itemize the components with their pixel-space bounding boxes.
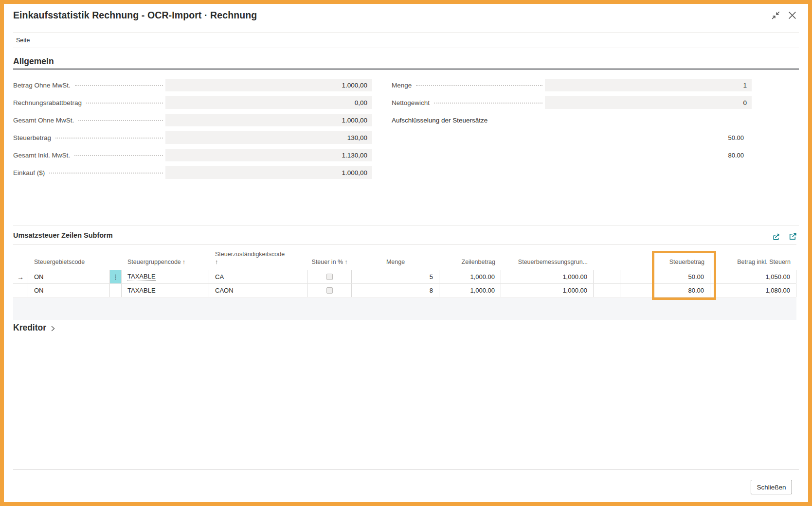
field-label: Einkauf ($): [13, 169, 45, 176]
field-label: Gesamt Ohne MwSt.: [13, 117, 74, 124]
table-row[interactable]: ON TAXABLE CAON 8 1,000.00 1,000.00 80.0…: [13, 284, 796, 297]
column-header-zeilenbetrag[interactable]: Zeilenbetrag: [439, 258, 501, 270]
field-label: Steuerbetrag: [13, 134, 51, 141]
cell-betrag-inkl-steuern[interactable]: 1,080.00: [710, 284, 796, 297]
cell-menge[interactable]: 5: [352, 270, 439, 283]
schliessen-button[interactable]: Schließen: [751, 480, 792, 494]
table-header-row: Steuergebietscode Steuergruppencode↑ Ste…: [13, 244, 796, 270]
page-menubar: Seite: [13, 32, 799, 48]
cell-focus-empty: [110, 284, 122, 297]
section-title-allgemein: Allgemein: [13, 56, 54, 67]
column-header-steuerbetrag[interactable]: Steuerbetrag: [620, 258, 710, 270]
checkbox-unchecked[interactable]: [326, 274, 333, 280]
cell-menge[interactable]: 8: [352, 284, 439, 297]
cell-steuergruppencode[interactable]: TAXABLE: [122, 270, 209, 283]
allgemein-left-fields: Betrag Ohne MwSt. 1.000,00 Rechnungsraba…: [13, 79, 372, 184]
titlebar-controls: [771, 10, 797, 20]
row-more-options-icon[interactable]: ⋮: [110, 270, 122, 283]
field-value-menge: 1: [545, 79, 752, 91]
cell-steuergruppencode[interactable]: TAXABLE: [122, 284, 209, 297]
column-header-steuergruppencode[interactable]: Steuergruppencode↑: [122, 258, 209, 270]
cell-steuerbetrag[interactable]: 50.00: [620, 270, 710, 283]
dotted-leader: [86, 102, 163, 104]
dotted-leader: [434, 102, 542, 104]
dotted-leader: [78, 120, 163, 121]
field-value-nettogewicht: 0: [545, 96, 752, 109]
field-row: Steuerbetrag 130,00: [13, 131, 372, 144]
field-label: Betrag Ohne MwSt.: [13, 82, 71, 89]
cell-zeilenbetrag[interactable]: 1,000.00: [439, 284, 501, 297]
row-indicator-empty: [13, 284, 28, 297]
cell-betrag-inkl-steuern[interactable]: 1,050.00: [710, 270, 796, 283]
cell-steuerbemessungsgrundlage[interactable]: 1,000.00: [501, 270, 594, 283]
column-header-menge[interactable]: Menge: [352, 258, 439, 270]
cell-steuerbemessungsgrundlage[interactable]: 1,000.00: [501, 284, 594, 297]
field-value-gesamt-ohne-mwst: 1.000,00: [165, 114, 372, 126]
vat-lines-table: Steuergebietscode Steuergruppencode↑ Ste…: [13, 244, 796, 297]
footer-divider: [13, 469, 799, 470]
field-row: Gesamt Inkl. MwSt. 1.130,00: [13, 149, 372, 161]
checkbox-unchecked[interactable]: [326, 287, 333, 294]
cell-steuerzustaendigkeitscode[interactable]: CAON: [209, 284, 307, 297]
chevron-right-icon: [50, 325, 56, 332]
dotted-leader: [75, 85, 163, 86]
field-row: Betrag Ohne MwSt. 1.000,00: [13, 79, 372, 91]
tax-breakdown-label-row: Aufschlüsselung der Steuersätze: [392, 114, 752, 126]
dotted-leader: [55, 137, 163, 139]
table-empty-area: [13, 298, 796, 320]
table-row[interactable]: → ON ⋮ TAXABLE CA 5 1,000.00 1,000.00 50…: [13, 270, 796, 284]
open-in-window-icon[interactable]: [788, 232, 797, 241]
collapse-dialog-icon[interactable]: [771, 10, 781, 20]
statistics-dialog-window: Einkaufsstatistik Rechnung - OCR-Import …: [0, 0, 812, 506]
tax-breakdown-value-2: 80.00: [728, 152, 744, 159]
field-value-einkauf: 1.000,00: [165, 166, 372, 179]
share-icon[interactable]: [772, 232, 781, 241]
cell-steuerzustaendigkeitscode[interactable]: CA: [209, 270, 307, 283]
section-title-subform: Umsatzsteuer Zeilen Subform: [13, 231, 113, 239]
subform-top-divider: [13, 226, 799, 226]
subform-actions: [772, 232, 797, 241]
field-row: Rechnungsrabattbetrag 0,00: [13, 96, 372, 109]
cell-steuerbetrag[interactable]: 80.00: [620, 284, 710, 297]
spacer-column-header: [594, 266, 620, 270]
cell-steuergebietscode[interactable]: ON: [28, 270, 110, 283]
close-icon[interactable]: [787, 10, 797, 20]
menu-item-seite[interactable]: Seite: [12, 37, 34, 44]
field-value-steuerbetrag: 130,00: [165, 131, 372, 144]
section-kreditor-toggle[interactable]: Kreditor: [13, 323, 56, 333]
allgemein-right-fields: Menge 1 Nettogewicht 0 Aufschlüsselung d…: [392, 79, 752, 166]
column-header-steuer-in-prozent[interactable]: Steuer in %↑: [307, 258, 352, 270]
cell-zeilenbetrag[interactable]: 1,000.00: [439, 270, 501, 283]
tax-breakdown-value-1: 50.00: [728, 134, 744, 141]
column-header-betrag-inkl-steuern[interactable]: Betrag inkl. Steuern: [710, 258, 796, 270]
section-title-kreditor: Kreditor: [13, 323, 46, 333]
cell-steuer-in-prozent[interactable]: [307, 284, 352, 297]
dotted-leader: [74, 155, 163, 156]
field-label: Rechnungsrabattbetrag: [13, 99, 82, 106]
dotted-leader: [49, 172, 163, 174]
tax-breakdown-label: Aufschlüsselung der Steuersätze: [392, 117, 487, 124]
cell-spacer: [594, 284, 620, 297]
allgemein-underline: [13, 69, 799, 70]
dotted-leader: [416, 85, 542, 86]
column-header-steuerbemessungsgrundlage[interactable]: Steuerbemessungsgrun...: [501, 258, 594, 270]
field-label: Menge: [392, 82, 412, 89]
field-row: Einkauf ($) 1.000,00: [13, 166, 372, 179]
field-label: Nettogewicht: [392, 99, 430, 106]
field-value-betrag-ohne-mwst: 1.000,00: [165, 79, 372, 91]
field-row: Menge 1: [392, 79, 752, 91]
field-row: Nettogewicht 0: [392, 96, 752, 109]
field-row: Gesamt Ohne MwSt. 1.000,00: [13, 114, 372, 126]
cell-steuergebietscode[interactable]: ON: [28, 284, 110, 297]
field-label: Gesamt Inkl. MwSt.: [13, 152, 70, 159]
row-indicator-arrow: →: [13, 270, 28, 283]
focus-column-header: [110, 266, 122, 270]
field-value-rechnungsrabattbetrag: 0,00: [165, 96, 372, 109]
field-value-gesamt-inkl-mwst: 1.130,00: [165, 149, 372, 161]
tax-breakdown-value-row: 80.00: [392, 149, 752, 161]
cell-steuer-in-prozent[interactable]: [307, 270, 352, 283]
cell-spacer: [594, 270, 620, 283]
row-indicator-header: [13, 266, 28, 270]
column-header-steuergebietscode[interactable]: Steuergebietscode: [28, 258, 110, 270]
column-header-steuerzustaendigkeitscode[interactable]: Steuerzuständigkeitscode↑: [209, 250, 307, 270]
